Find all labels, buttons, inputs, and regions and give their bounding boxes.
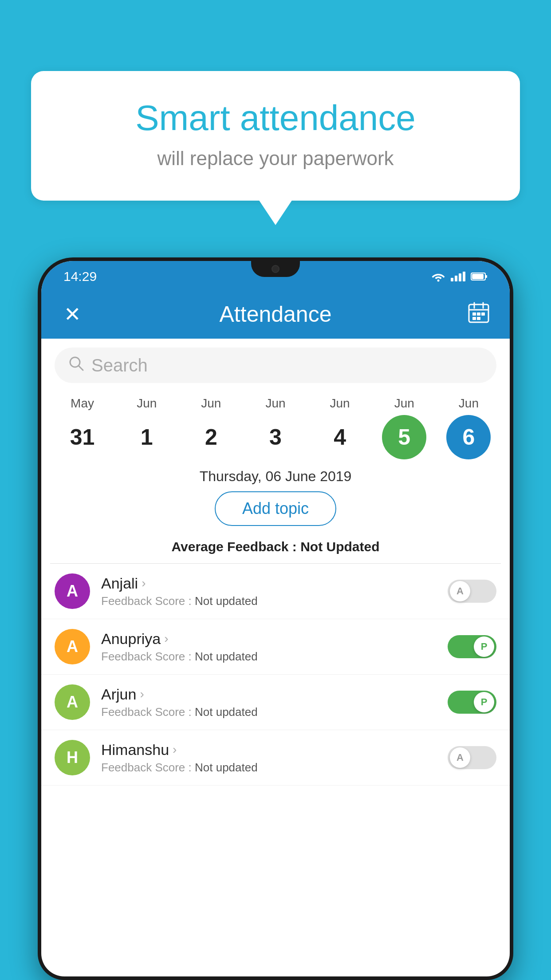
- date-day-2: 2: [189, 415, 233, 459]
- avg-feedback: Average Feedback : Not Updated: [41, 535, 510, 563]
- date-item-6[interactable]: Jun6: [442, 396, 495, 459]
- student-info-3: Himanshu ›Feedback Score : Not updated: [101, 741, 437, 775]
- date-item-0[interactable]: May31: [56, 396, 109, 459]
- date-strip: May31Jun1Jun2Jun3Jun4Jun5Jun6: [41, 392, 510, 459]
- toggle-knob-0: A: [450, 581, 470, 601]
- date-item-2[interactable]: Jun2: [185, 396, 238, 459]
- student-name-0: Anjali ›: [101, 575, 437, 592]
- student-feedback-1: Feedback Score : Not updated: [101, 650, 437, 664]
- date-month-3: Jun: [265, 396, 285, 411]
- phone-screen: 14:29: [41, 261, 510, 976]
- camera-dot: [272, 265, 279, 273]
- date-month-4: Jun: [330, 396, 350, 411]
- search-icon: [68, 355, 85, 376]
- speech-bubble: Smart attendance will replace your paper…: [31, 71, 520, 201]
- signal-icon: [451, 272, 465, 281]
- battery-icon: [471, 272, 488, 281]
- svg-point-0: [437, 280, 440, 282]
- toggle-knob-3: A: [450, 747, 470, 768]
- student-info-1: Anupriya ›Feedback Score : Not updated: [101, 630, 437, 664]
- svg-rect-12: [477, 317, 480, 320]
- app-bar-title: Attendance: [86, 301, 465, 327]
- svg-rect-2: [485, 275, 487, 278]
- student-avatar-3: H: [55, 740, 90, 775]
- student-chevron-3: ›: [173, 743, 177, 757]
- svg-line-14: [79, 366, 83, 370]
- phone-frame: 14:29: [38, 257, 513, 980]
- add-topic-button[interactable]: Add topic: [215, 491, 336, 526]
- student-avatar-1: A: [55, 629, 90, 664]
- student-feedback-2: Feedback Score : Not updated: [101, 705, 437, 719]
- bubble-subtitle: will replace your paperwork: [67, 147, 484, 170]
- date-day-6: 6: [446, 415, 491, 459]
- wifi-icon: [431, 271, 445, 282]
- student-chevron-0: ›: [142, 576, 146, 590]
- student-avatar-2: A: [55, 684, 90, 720]
- toggle-knob-2: P: [474, 692, 494, 712]
- student-list: AAnjali ›Feedback Score : Not updatedAAA…: [41, 564, 510, 786]
- calendar-icon[interactable]: [465, 301, 492, 328]
- student-info-2: Arjun ›Feedback Score : Not updated: [101, 686, 437, 719]
- student-row-0[interactable]: AAnjali ›Feedback Score : Not updatedA: [41, 564, 510, 619]
- toggle-knob-1: P: [474, 636, 494, 657]
- search-bar[interactable]: Search: [55, 348, 496, 383]
- date-item-4[interactable]: Jun4: [313, 396, 366, 459]
- date-day-0: 31: [60, 415, 105, 459]
- student-feedback-value-3: Not updated: [195, 761, 258, 774]
- student-name-3: Himanshu ›: [101, 741, 437, 759]
- search-placeholder: Search: [91, 356, 148, 375]
- student-feedback-value-2: Not updated: [195, 705, 258, 719]
- svg-rect-8: [472, 312, 476, 316]
- date-item-3[interactable]: Jun3: [249, 396, 302, 459]
- svg-rect-3: [472, 274, 484, 279]
- date-month-0: May: [71, 396, 94, 411]
- student-toggle-2[interactable]: P: [448, 691, 496, 714]
- student-toggle-1[interactable]: P: [448, 635, 496, 658]
- svg-rect-11: [472, 317, 476, 320]
- student-feedback-3: Feedback Score : Not updated: [101, 761, 437, 775]
- date-month-2: Jun: [201, 396, 221, 411]
- phone-notch: [251, 261, 300, 277]
- date-day-5: 5: [382, 415, 426, 459]
- date-month-1: Jun: [137, 396, 157, 411]
- date-day-3: 3: [253, 415, 298, 459]
- student-info-0: Anjali ›Feedback Score : Not updated: [101, 575, 437, 608]
- date-item-1[interactable]: Jun1: [120, 396, 173, 459]
- app-bar: ✕ Attendance: [41, 290, 510, 339]
- bubble-title: Smart attendance: [67, 98, 484, 138]
- student-toggle-3[interactable]: A: [448, 746, 496, 769]
- student-feedback-value-1: Not updated: [195, 650, 258, 663]
- student-chevron-2: ›: [140, 687, 144, 701]
- date-month-6: Jun: [459, 396, 479, 411]
- avg-feedback-value: Not Updated: [300, 539, 379, 554]
- avg-feedback-label: Average Feedback :: [171, 539, 300, 554]
- date-day-1: 1: [125, 415, 169, 459]
- student-toggle-0[interactable]: A: [448, 580, 496, 603]
- svg-rect-10: [481, 312, 485, 316]
- date-item-5[interactable]: Jun5: [378, 396, 431, 459]
- svg-rect-9: [477, 312, 480, 316]
- student-name-1: Anupriya ›: [101, 630, 437, 648]
- status-icons: [431, 271, 488, 282]
- student-avatar-0: A: [55, 573, 90, 609]
- close-icon[interactable]: ✕: [59, 302, 86, 326]
- student-name-2: Arjun ›: [101, 686, 437, 703]
- student-feedback-0: Feedback Score : Not updated: [101, 594, 437, 608]
- student-row-1[interactable]: AAnupriya ›Feedback Score : Not updatedP: [41, 619, 510, 675]
- date-day-4: 4: [318, 415, 362, 459]
- student-row-2[interactable]: AArjun ›Feedback Score : Not updatedP: [41, 675, 510, 730]
- date-month-5: Jun: [394, 396, 414, 411]
- status-time: 14:29: [63, 269, 97, 284]
- student-row-3[interactable]: HHimanshu ›Feedback Score : Not updatedA: [41, 730, 510, 786]
- speech-bubble-container: Smart attendance will replace your paper…: [31, 71, 520, 201]
- student-chevron-1: ›: [164, 632, 168, 646]
- selected-date-label: Thursday, 06 June 2019: [41, 459, 510, 491]
- student-feedback-value-0: Not updated: [195, 594, 258, 608]
